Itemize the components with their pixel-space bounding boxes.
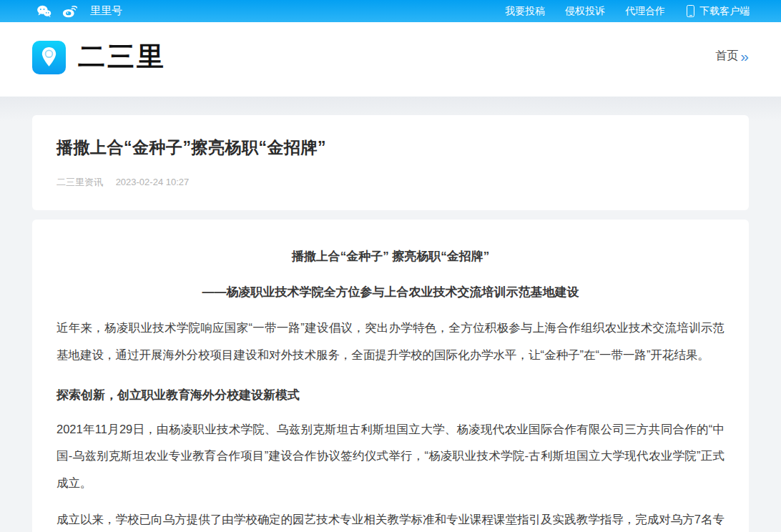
article-body-card: 播撒上合“金种子” 擦亮杨职“金招牌”——杨凌职业技术学院全方位参与上合农业技术… (32, 220, 749, 532)
weibo-icon[interactable] (62, 4, 77, 19)
article-title: 播撒上合“金种子”擦亮杨职“金招牌” (57, 137, 724, 159)
double-chevron-right-icon: » (740, 49, 749, 64)
topbar-left: 里里号 (36, 4, 122, 19)
site-header: 二三里 首页 » (0, 22, 781, 97)
home-link-label: 首页 (715, 49, 738, 64)
site-logo[interactable]: 二三里 (32, 44, 166, 75)
topbar-link-1[interactable]: 侵权投诉 (565, 5, 605, 16)
article-publish-time: 2023-02-24 10:27 (116, 177, 190, 187)
topbar-right: 我要投稿侵权投诉代理合作 下载客户端 (485, 4, 750, 18)
article-center-heading-0: 播撒上合“金种子” 擦亮杨职“金招牌” (57, 244, 724, 270)
topbar: 里里号 我要投稿侵权投诉代理合作 下载客户端 (0, 0, 781, 22)
topbar-channel-link[interactable]: 里里号 (90, 4, 122, 18)
article-center-heading-1: ——杨凌职业技术学院全方位参与上合农业技术交流培训示范基地建设 (57, 280, 724, 305)
topbar-link-2[interactable]: 代理合作 (625, 5, 665, 16)
topbar-link-0[interactable]: 我要投稿 (505, 5, 545, 16)
content-area: 播撒上合“金种子”擦亮杨职“金招牌” 二三里资讯 2023-02-24 10:2… (0, 97, 781, 532)
download-client-button[interactable]: 下载客户端 (687, 5, 750, 18)
location-pin-icon (32, 41, 66, 74)
article-sub-heading-3: 探索创新，创立职业教育海外分校建设新模式 (57, 383, 724, 408)
article-body: 播撒上合“金种子” 擦亮杨职“金招牌”——杨凌职业技术学院全方位参与上合农业技术… (57, 244, 724, 532)
home-link[interactable]: 首页 » (715, 49, 749, 64)
article-paragraph-4: 2021年11月29日，由杨凌职业技术学院、乌兹别克斯坦古利斯坦国立大学、杨凌现… (57, 416, 724, 496)
site-name: 二三里 (78, 39, 166, 75)
article-byline: 二三里资讯 2023-02-24 10:27 (57, 176, 724, 189)
wechat-icon[interactable] (36, 4, 51, 19)
topbar-links: 我要投稿侵权投诉代理合作 (485, 4, 665, 18)
article-title-card: 播撒上合“金种子”擦亮杨职“金招牌” 二三里资讯 2023-02-24 10:2… (32, 115, 749, 210)
article-paragraph-2: 近年来，杨凌职业技术学院响应国家“一带一路”建设倡议，突出办学特色，全方位积极参… (57, 315, 724, 368)
phone-icon (687, 5, 694, 17)
article-source: 二三里资讯 (57, 177, 103, 187)
article-paragraph-5: 成立以来，学校已向乌方提供了由学校确定的园艺技术专业相关教学标准和专业课程课堂指… (57, 506, 724, 532)
download-label: 下载客户端 (699, 5, 750, 18)
